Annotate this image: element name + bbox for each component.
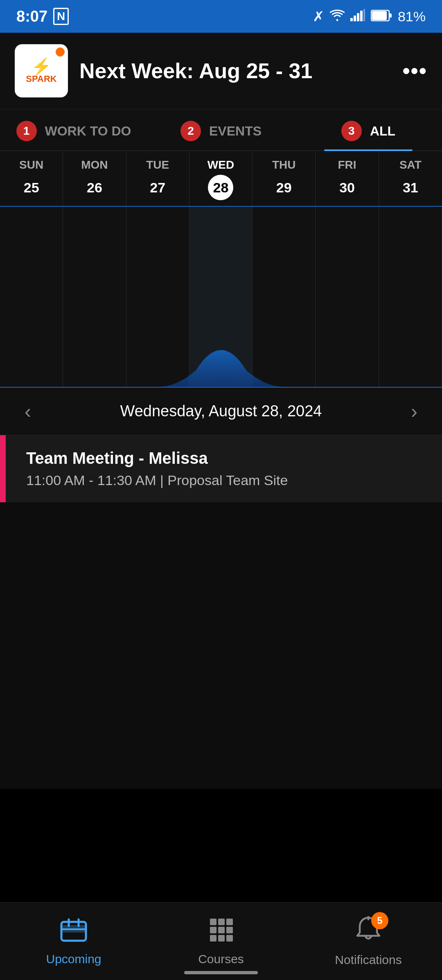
notifications-badge: 5	[371, 912, 388, 929]
signal-icon	[350, 9, 365, 25]
current-date-label: Wednesday, August 28, 2024	[120, 402, 322, 420]
calendar-body	[0, 207, 442, 387]
cal-day-sat[interactable]: SAT 31	[379, 151, 442, 206]
cal-day-sun[interactable]: SUN 25	[0, 151, 63, 206]
tab-work-todo[interactable]: 1 WORK TO DO	[0, 109, 147, 150]
wifi-icon	[330, 9, 345, 25]
notifications-label: Notifications	[335, 953, 401, 967]
tab-bar: 1 WORK TO DO 2 EVENTS 3 ALL	[0, 109, 442, 151]
svg-rect-14	[218, 919, 225, 925]
svg-rect-16	[210, 927, 216, 933]
svg-rect-17	[218, 927, 225, 933]
upcoming-icon-wrap	[60, 917, 88, 948]
col-sun	[0, 207, 63, 387]
svg-rect-20	[218, 935, 225, 942]
date-navigation: ‹ Wednesday, August 28, 2024 ›	[0, 387, 442, 435]
svg-rect-0	[350, 18, 353, 21]
tab-events-badge: 2	[180, 121, 201, 141]
battery-icon	[371, 9, 392, 25]
svg-rect-4	[363, 9, 365, 21]
svg-rect-15	[226, 919, 233, 925]
notifications-icon-wrap: 5	[356, 916, 381, 949]
home-indicator	[184, 971, 258, 974]
status-icons: ✗	[313, 8, 426, 25]
prev-day-button[interactable]: ‹	[16, 400, 39, 422]
col-fri	[316, 207, 379, 387]
nav-notifications[interactable]: 5 Notifications	[295, 903, 442, 980]
svg-rect-3	[360, 11, 363, 21]
status-time: 8:07 N	[16, 8, 69, 25]
tab-work-badge: 1	[16, 121, 37, 141]
status-bar: 8:07 N ✗	[0, 0, 442, 33]
event-card[interactable]: Team Meeting - Melissa 11:00 AM - 11:30 …	[0, 435, 442, 502]
col-sat	[379, 207, 442, 387]
cal-day-wed[interactable]: WED 28	[189, 151, 253, 206]
tab-all[interactable]: 3 ALL	[295, 109, 442, 150]
cal-day-fri[interactable]: FRI 30	[316, 151, 379, 206]
svg-rect-18	[226, 927, 233, 933]
bluetooth-icon: ✗	[313, 8, 324, 25]
svg-rect-13	[210, 919, 216, 925]
cal-day-mon[interactable]: MON 26	[63, 151, 126, 206]
calendar-day-headers: SUN 25 MON 26 TUE 27 WED 28 THU 29 FRI 3…	[0, 151, 442, 207]
cal-day-tue[interactable]: TUE 27	[126, 151, 189, 206]
svg-rect-19	[210, 935, 216, 942]
nfc-icon: N	[53, 8, 69, 25]
event-title: Team Meeting - Melissa	[26, 449, 427, 467]
empty-content-area	[0, 502, 442, 789]
svg-rect-1	[354, 16, 356, 21]
calendar-icon	[60, 917, 88, 948]
svg-rect-21	[226, 935, 233, 942]
bottom-nav-spacer	[0, 789, 442, 867]
col-mon	[63, 207, 126, 387]
svg-rect-7	[372, 11, 387, 20]
cal-day-thu[interactable]: THU 29	[253, 151, 316, 206]
app-header: ⚡ SPARK Next Week: Aug 25 - 31 •••	[0, 33, 442, 109]
nav-courses[interactable]: Courses	[147, 903, 295, 980]
courses-label: Courses	[198, 952, 244, 966]
bottom-navigation: Upcoming Courses	[0, 902, 442, 980]
upcoming-label: Upcoming	[46, 952, 101, 966]
tab-all-badge: 3	[341, 121, 362, 141]
logo-dot	[56, 47, 65, 56]
nav-upcoming[interactable]: Upcoming	[0, 903, 147, 980]
battery-percent: 81%	[398, 9, 426, 25]
next-day-button[interactable]: ›	[403, 400, 426, 422]
svg-rect-6	[389, 14, 392, 18]
tab-events[interactable]: 2 EVENTS	[147, 109, 295, 150]
spark-lightning-icon: ⚡	[31, 58, 52, 75]
grid-icon	[208, 917, 234, 948]
logo[interactable]: ⚡ SPARK	[15, 44, 68, 97]
header-title: Next Week: Aug 25 - 31	[79, 59, 391, 83]
event-bell-curve	[158, 297, 284, 387]
svg-rect-2	[357, 13, 359, 21]
logo-text: SPARK	[26, 75, 56, 84]
event-time: 11:00 AM - 11:30 AM | Proposal Team Site	[26, 472, 427, 488]
more-options-button[interactable]: •••	[402, 59, 427, 83]
